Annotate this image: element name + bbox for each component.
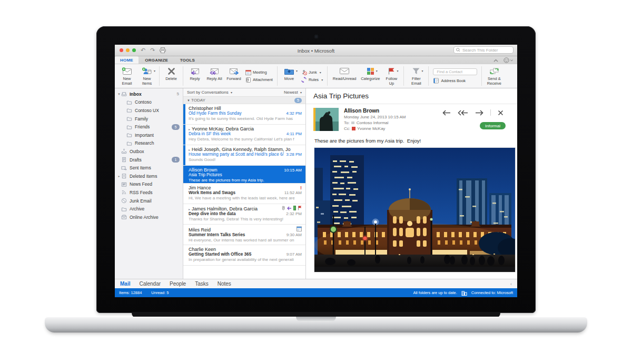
sync-status: All folders are up to date. — [413, 290, 457, 295]
disclosure-right-icon[interactable]: ▸ — [117, 174, 121, 178]
laptop-lid-notch — [296, 317, 336, 322]
folder-label: Family — [135, 116, 183, 122]
collapse-ribbon-icon[interactable] — [493, 59, 498, 62]
attached-photo[interactable] — [314, 148, 515, 272]
sidebar-item-research[interactable]: Research — [115, 139, 183, 148]
module-people[interactable]: People — [170, 281, 186, 287]
collapse-modulebar-icon[interactable]: ‹ — [510, 281, 512, 287]
dropdown-caret-icon: ▾ — [296, 69, 298, 73]
rules-button[interactable]: Rules ▾ — [301, 77, 323, 83]
module-calendar[interactable]: Calendar — [139, 281, 161, 287]
expand-conversation-icon[interactable]: ▸ — [189, 128, 190, 131]
sidebar-item-archive[interactable]: Archive — [115, 205, 183, 213]
message-row[interactable]: ▸Heidi Joseph, Gina Kennedy, Ralph Stamm… — [183, 145, 305, 166]
delete-message-icon[interactable] — [498, 110, 503, 116]
sidebar-item-inbox[interactable]: ▼ Inbox 5 — [115, 90, 183, 98]
new-items-button[interactable]: ▾ New Items — [137, 65, 157, 87]
feedback-smiley-button[interactable] — [503, 57, 513, 63]
sort-order-dropdown[interactable]: Newest ▾ — [284, 90, 302, 95]
junk-button[interactable]: Junk ▾ — [301, 69, 323, 75]
search-input[interactable] — [461, 47, 511, 53]
categorize-icon: ▾ — [367, 66, 374, 76]
new-email-button[interactable]: New Email — [117, 65, 137, 87]
message-row[interactable]: Charlie Keen Getting Started with Office… — [183, 245, 305, 266]
message-row-selected[interactable]: Allison Brown10:15 AM Asia Trip Pictures… — [183, 166, 305, 184]
sort-by-dropdown[interactable]: Sort by Conversations ▾ — [187, 90, 232, 95]
folder-icon — [126, 99, 132, 105]
expand-conversation-icon[interactable]: ▸ — [189, 148, 190, 151]
sidebar-item-rss-feeds[interactable]: RSS Feeds — [115, 188, 183, 197]
sidebar-item-outbox[interactable]: Outbox — [115, 147, 183, 156]
forward-label: Forward — [226, 77, 241, 82]
tab-organize[interactable]: ORGANIZE — [140, 56, 173, 64]
forward-button[interactable]: Forward — [224, 65, 243, 87]
reply-arrow-icon[interactable] — [442, 110, 451, 116]
sidebar-item-friends[interactable]: Friends5 — [115, 123, 183, 131]
module-tasks[interactable]: Tasks — [195, 281, 209, 287]
filter-email-button[interactable]: ▾ Filter Email — [406, 65, 426, 87]
reply-all-arrow-icon[interactable] — [458, 110, 468, 116]
tab-home[interactable]: HOME — [115, 56, 139, 64]
move-button[interactable]: ▾ Move — [280, 65, 299, 87]
disclosure-down-icon[interactable]: ▼ — [117, 93, 121, 96]
sidebar-item-junk-email[interactable]: Junk Email — [115, 197, 183, 205]
delete-button[interactable]: Delete — [162, 65, 181, 87]
message-row[interactable]: Christopher Hill Old Hyde Farm this Sund… — [183, 104, 305, 125]
address-book-button[interactable]: Address Book — [433, 78, 477, 84]
forward-arrow-icon[interactable] — [475, 110, 483, 116]
sidebar-item-family[interactable]: Family — [115, 115, 183, 123]
to-recipient[interactable]: Contoso Informal — [357, 120, 389, 125]
meeting-button[interactable]: Meeting — [245, 69, 273, 75]
folder-label: Contoso — [135, 99, 183, 105]
news-feed-icon — [121, 181, 127, 187]
folder-count: 5 — [177, 92, 183, 96]
junk-icon — [301, 69, 307, 75]
message-preview: These are the pictures from my Asia trip… — [189, 178, 302, 183]
sidebar-item-drafts[interactable]: Drafts1 — [115, 156, 183, 164]
connected-status[interactable]: Connected to: Microsoft — [471, 290, 513, 295]
cc-recipient[interactable]: Yvonne McKay — [357, 126, 385, 131]
message-sender: Christopher Hill — [189, 106, 302, 111]
message-subject: Summer Intern Talks Series — [189, 232, 284, 237]
send-receive-button[interactable]: Send & Receive — [484, 65, 504, 87]
message-row[interactable]: ▸Yvonne McKay, Debra Garcia Debra in SF … — [183, 125, 305, 145]
attachment-button[interactable]: Attachment — [245, 77, 273, 83]
categorize-button[interactable]: ▾ Categorize — [359, 65, 381, 87]
junk-label: Junk — [309, 70, 317, 75]
read-unread-button[interactable]: Read/Unread — [330, 65, 359, 87]
message-title: Asia Trip Pictures — [313, 92, 369, 100]
sidebar-item-online-archive[interactable]: Online Archive — [115, 213, 183, 221]
disclosure-down-icon: ▼ — [187, 99, 190, 102]
tab-tools[interactable]: TOOLS — [175, 56, 200, 64]
message-preview: Hi everyone, Our interns has worked hard… — [189, 238, 302, 242]
sidebar-item-news-feed[interactable]: News Feed — [115, 180, 183, 189]
sidebar-item-contoso[interactable]: Contoso — [115, 98, 183, 107]
expand-conversation-icon[interactable]: ▸ — [189, 208, 190, 211]
find-contact-field[interactable] — [433, 68, 477, 75]
dropdown-caret-icon: ▾ — [376, 69, 378, 73]
date-group-header[interactable]: ▼ TODAY 5 — [183, 97, 305, 104]
reply-button[interactable]: Reply — [185, 65, 204, 87]
module-mail[interactable]: Mail — [120, 281, 130, 287]
search-field[interactable] — [453, 46, 514, 54]
dropdown-caret-icon: ▾ — [397, 69, 398, 73]
presence-busy-icon — [352, 127, 355, 130]
category-badge[interactable]: Informal — [480, 122, 506, 129]
follow-up-button[interactable]: ▾ Follow Up — [381, 65, 401, 87]
message-date: Monday June 24, 2013 10:15 AM — [344, 115, 449, 119]
reply-all-button[interactable]: Reply All — [204, 65, 224, 87]
sidebar-item-contoso-ux[interactable]: Contoso UX — [115, 106, 183, 115]
sidebar-item-deleted-items[interactable]: ▸Deleted Items — [115, 172, 183, 180]
message-row[interactable]: Miles Reid Summer Intern Talks Series9:3… — [183, 225, 305, 245]
find-contact-input[interactable] — [436, 69, 476, 75]
sidebar-item-sent-items[interactable]: Sent Items — [115, 164, 183, 172]
message-row[interactable]: Jim Hance! Work Items and Swags11:52 AM … — [183, 184, 305, 204]
unread-badge: 1 — [172, 157, 180, 163]
message-time: 4:32 PM — [286, 111, 302, 116]
module-notes[interactable]: Notes — [218, 281, 231, 287]
message-preview: Hey Debra, Welcome to the sunny Californ… — [189, 137, 302, 141]
message-row[interactable]: ▸James Halmilton, Debra Garcia Deep dive… — [183, 204, 305, 225]
sidebar-item-important[interactable]: Important — [115, 131, 183, 139]
reply-all-label: Reply All — [206, 77, 223, 82]
read-unread-label: Read/Unread — [333, 77, 357, 82]
